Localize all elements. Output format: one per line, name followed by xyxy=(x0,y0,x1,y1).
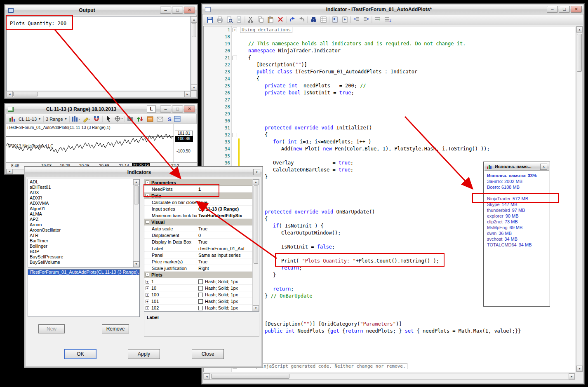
plot-color-swatch[interactable] xyxy=(198,293,203,297)
list-scrollbar[interactable]: ▲ ▼ xyxy=(133,179,139,267)
indicator-list-item[interactable]: ADX xyxy=(28,190,133,195)
close-icon[interactable]: ✕ xyxy=(571,6,582,13)
scroll-thumb[interactable] xyxy=(577,34,582,72)
find-icon[interactable] xyxy=(311,17,316,22)
expand-icon[interactable]: + xyxy=(146,306,149,310)
indicator-list-item[interactable]: aDllTest01 xyxy=(28,185,133,190)
scroll-left-icon[interactable]: ◄ xyxy=(7,91,13,97)
maximize-icon[interactable]: □ xyxy=(172,7,183,14)
output-titlebar[interactable]: Output – □ ✕ xyxy=(5,5,197,15)
editor-horizontal-scrollbar[interactable]: ◄ ► xyxy=(203,373,575,380)
goto-line-icon[interactable] xyxy=(321,17,326,22)
delete-icon[interactable] xyxy=(278,17,282,21)
drawing-tools-icon[interactable] xyxy=(84,117,90,122)
scroll-down-icon[interactable]: ▼ xyxy=(133,261,139,267)
page-properties-icon[interactable] xyxy=(237,17,241,22)
editor-titlebar[interactable]: Indicator - iTestForForum_01_AutoAddPlot… xyxy=(202,5,583,14)
scroll-up-icon[interactable]: ▲ xyxy=(576,26,583,33)
expand-icon[interactable]: + xyxy=(146,293,149,297)
sort-icon[interactable]: 2 xyxy=(385,18,391,23)
indicator-list-item[interactable]: BOP xyxy=(28,249,133,254)
property-row[interactable]: Price marker(s)True xyxy=(144,258,252,265)
property-row[interactable]: +1Hash; Solid; 1px xyxy=(144,278,252,285)
indicator-list-item[interactable]: ADXR xyxy=(28,195,133,201)
collapse-icon[interactable]: - xyxy=(146,194,149,197)
close-icon[interactable]: ✕ xyxy=(184,106,195,113)
minimize-icon[interactable]: – xyxy=(547,6,558,13)
panel-grid-icon[interactable] xyxy=(174,116,180,122)
fold-toggle-icon[interactable]: + xyxy=(233,28,237,32)
indicator-list-item[interactable]: ADL xyxy=(28,179,133,185)
scroll-thumb[interactable] xyxy=(13,92,38,96)
paste-icon[interactable] xyxy=(268,16,273,23)
property-row[interactable]: Scale justificationRight xyxy=(144,265,252,272)
scroll-down-icon[interactable]: ▼ xyxy=(191,84,197,91)
property-row[interactable]: Displacement0 xyxy=(144,232,252,239)
configured-indicator-item[interactable]: iTestForForum_01_AutoAddPlots(CL 11-13 (… xyxy=(28,270,139,275)
plot-color-swatch[interactable] xyxy=(198,279,203,284)
minimize-icon[interactable]: – xyxy=(160,106,171,113)
maximize-icon[interactable]: □ xyxy=(559,6,570,13)
plot-color-swatch[interactable] xyxy=(198,286,203,291)
indicator-list-item[interactable]: Aroon xyxy=(28,222,133,228)
collapse-icon[interactable]: - xyxy=(146,181,149,184)
indicator-list-item[interactable]: ALMA xyxy=(28,211,133,217)
minimize-icon[interactable]: – xyxy=(160,7,171,14)
bookmark-icon[interactable] xyxy=(333,17,337,22)
word-wrap-icon[interactable] xyxy=(375,18,380,21)
price-axis[interactable]: 101.01 100.86 -100.50 xyxy=(174,124,197,163)
fold-toggle-icon[interactable]: - xyxy=(233,56,237,60)
property-row[interactable]: PanelSame as input series xyxy=(144,252,252,258)
redo-icon[interactable] xyxy=(299,17,304,21)
indent-icon[interactable] xyxy=(364,17,369,21)
maximize-icon[interactable]: □ xyxy=(172,106,183,113)
property-row[interactable]: Maximum bars look backTwoHundredFiftySix xyxy=(144,212,252,219)
grid-scrollbar[interactable]: ▲ ▼ xyxy=(252,179,259,311)
chart-plot-area[interactable]: iTestForForum_01_AutoAddPlots(CL 11-13 (… xyxy=(6,124,174,163)
indicator-list-item[interactable]: Bollinger xyxy=(28,244,133,249)
remove-button[interactable]: Remove xyxy=(102,324,129,333)
indicator-list-item[interactable]: AroonOscillator xyxy=(28,228,133,233)
outdent-icon[interactable] xyxy=(354,17,359,21)
instrument-selector[interactable]: CL 11-13 ▼ xyxy=(16,116,44,122)
print-preview-icon[interactable] xyxy=(227,17,233,23)
close-icon[interactable]: x xyxy=(540,164,547,170)
indicator-list-item[interactable]: ATR xyxy=(28,233,133,238)
indicator-list-item[interactable]: APZ xyxy=(28,217,133,222)
chart-titlebar[interactable]: CL 11-13 (3 Range) 18.10.2013 L – □ ✕ xyxy=(5,104,197,114)
close-button[interactable]: Close xyxy=(192,349,224,359)
property-row[interactable]: Display in Data BoxTrue xyxy=(144,239,252,245)
property-row[interactable]: NeedPlots1 xyxy=(144,186,252,192)
snapshot-icon[interactable] xyxy=(127,116,133,121)
apply-button[interactable]: Apply xyxy=(128,349,160,359)
property-row[interactable]: LabeliTestForForum_01_Aut xyxy=(144,245,252,252)
output-vertical-scrollbar[interactable]: ▲ ▼ xyxy=(191,16,197,91)
period-selector[interactable]: 3 Range ▼ xyxy=(44,116,70,122)
scroll-up-icon[interactable]: ▲ xyxy=(133,179,139,185)
scroll-right-icon[interactable]: ► xyxy=(184,91,191,97)
strategy-icon[interactable]: S xyxy=(168,116,172,122)
indicator-list-item[interactable]: BarTimer xyxy=(28,238,133,244)
collapse-icon[interactable]: - xyxy=(146,273,149,277)
copy-icon[interactable] xyxy=(258,17,263,22)
scroll-thumb[interactable] xyxy=(211,374,289,379)
property-row[interactable]: +102Hash; Solid; 1px xyxy=(144,305,252,311)
ok-button[interactable]: OK xyxy=(64,349,96,359)
expand-icon[interactable]: + xyxy=(146,300,149,303)
buy-sell-markers-icon[interactable] xyxy=(137,117,143,122)
cut-icon[interactable] xyxy=(248,17,253,23)
chart-style-icon[interactable] xyxy=(72,116,80,122)
property-section-header[interactable]: -Data xyxy=(144,192,252,199)
undo-icon[interactable] xyxy=(290,17,295,21)
output-horizontal-scrollbar[interactable]: ◄ ► xyxy=(6,91,191,97)
property-section-header[interactable]: -Parameters xyxy=(144,179,252,186)
scroll-thumb[interactable] xyxy=(192,23,196,37)
property-section-header[interactable]: -Visual xyxy=(144,219,252,225)
link-button[interactable]: L xyxy=(147,106,156,113)
new-button[interactable]: New xyxy=(38,324,65,333)
scroll-up-icon[interactable]: ▲ xyxy=(253,179,259,185)
property-row[interactable]: Auto scaleTrue xyxy=(144,225,252,232)
fold-toggle-icon[interactable]: - xyxy=(233,133,237,137)
indicator-list-item[interactable]: Algor01 xyxy=(28,206,133,211)
plot-color-swatch[interactable] xyxy=(198,299,203,304)
